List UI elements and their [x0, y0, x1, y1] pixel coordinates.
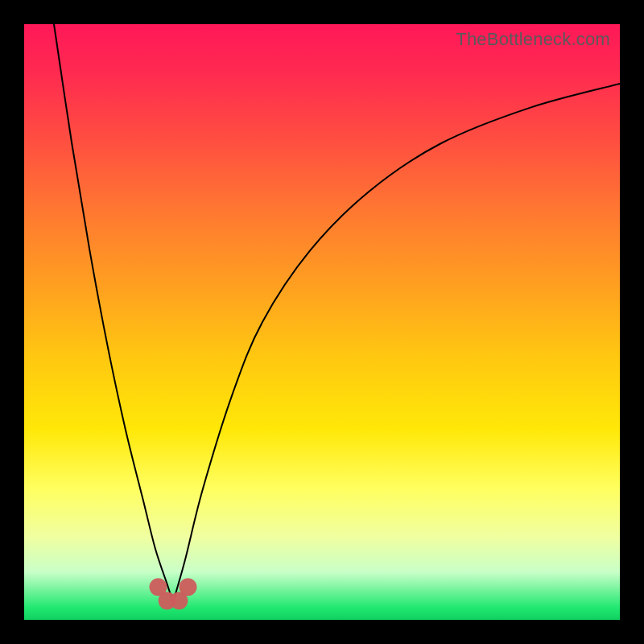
chart-frame: TheBottleneck.com [0, 0, 644, 644]
trough-markers [150, 578, 197, 609]
curve-right [173, 84, 620, 602]
plot-area: TheBottleneck.com [24, 24, 620, 620]
curve-left [54, 24, 173, 602]
trough-marker [180, 578, 197, 596]
chart-svg [24, 24, 620, 620]
